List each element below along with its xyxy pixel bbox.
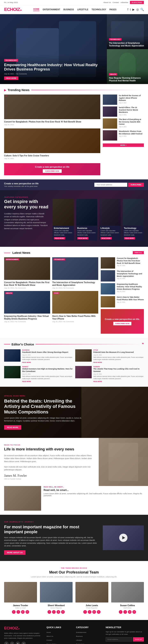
trending-item-1[interactable]: Concert for Bangladesh: Photos from the …	[4, 94, 100, 127]
news-tag-4: FOOD	[54, 292, 59, 294]
footer-link-about[interactable]: About Us	[46, 634, 72, 638]
linkedin-icon-1[interactable]: in	[26, 610, 29, 614]
nav-business[interactable]: BUSINESS	[64, 8, 74, 11]
linkedin-icon-3[interactable]: in	[97, 610, 100, 614]
youtube-icon[interactable]: ▶	[132, 8, 135, 11]
facebook-icon-2[interactable]: f	[48, 610, 51, 614]
footer-link-contact[interactable]: Contact	[46, 638, 72, 641]
news-item-3[interactable]: HEALTH Empowering Healthcare Industry: H…	[4, 291, 50, 322]
logo[interactable]: ECHOIZ►	[4, 7, 22, 12]
instagram-icon-4[interactable]: ◎	[128, 610, 132, 614]
footer-twitter[interactable]: t	[10, 642, 14, 644]
footer-email-input[interactable]	[106, 637, 132, 642]
footer-cat-business[interactable]: Business	[76, 634, 102, 638]
hero-section: TECHNOLOGY Empowering Healthcare Industr…	[0, 14, 148, 84]
editor-read-more-1[interactable]: READ MORE	[22, 362, 31, 363]
footer-cat-technology[interactable]: Technology	[76, 642, 102, 644]
read-well-inner: READ WELL, BE SMART... Read well, be sma…	[4, 486, 144, 511]
footer-facebook[interactable]: f	[4, 642, 9, 644]
news-right-3[interactable]: Empowering Healthcare Industry: How Virt…	[101, 283, 144, 294]
twitter-icon-4[interactable]: t	[123, 610, 127, 614]
twitter-icon[interactable]: t	[130, 8, 131, 11]
subscribe-button[interactable]: SUBSCRIBE	[130, 1, 144, 4]
read-well-subtitle: Lorem ipsum dolor sit amet, consectetur …	[44, 492, 144, 497]
news-right-1[interactable]: Concert for Bangladesh: Photos from the …	[101, 257, 144, 268]
search-icon[interactable]: 🔍	[140, 8, 144, 11]
editor-title-2: Polaroid Gets the Museum It's Long Deser…	[93, 351, 144, 354]
footer-category-col: Category Entertainment Business Lifestyl…	[76, 626, 102, 644]
editors-line	[36, 344, 142, 344]
category-lifestyle[interactable]: Lifestyle Lorem sed vulputate efficitur …	[99, 199, 121, 241]
editor-title-1: Facebook Stock Soars After Strong Earnin…	[22, 351, 73, 354]
facebook-icon-3[interactable]: f	[83, 610, 87, 614]
play-button[interactable]	[119, 534, 128, 542]
instagram-icon-3[interactable]: ◎	[92, 610, 96, 614]
news-item-4[interactable]: FOOD Here's How to Take Better Food Phot…	[52, 291, 98, 322]
news-item-2[interactable]: TECHNOLOGY The Intersection of Smartphon…	[52, 257, 98, 289]
facebook-icon-4[interactable]: f	[119, 610, 122, 614]
facebook-icon[interactable]: f	[128, 8, 128, 11]
newsletter-input[interactable]	[94, 183, 127, 187]
nav-pages[interactable]: PAGES	[109, 8, 116, 11]
editor-item-3[interactable]: MARKET Global Investors Got High on Emer…	[4, 366, 73, 382]
linkedin-icon-2[interactable]: in	[61, 610, 65, 614]
footer-cat-entertainment[interactable]: Entertainment	[76, 631, 102, 634]
news-right-4[interactable]: Here's How to Take Better Food Photos Wi…	[101, 296, 144, 308]
category-business[interactable]: Business Lorem sed vulputate efficitur n…	[76, 199, 98, 241]
linkedin-icon-4[interactable]: in	[132, 610, 136, 614]
instagram-icon-2[interactable]: ◎	[56, 610, 60, 614]
view-all-button[interactable]: VIEW ALL	[133, 251, 144, 254]
editor-read-more-3[interactable]: READ MORE	[22, 381, 31, 382]
footer-cat-lifestyle[interactable]: Lifestyle	[76, 638, 102, 641]
trending-item-2[interactable]: Culture: Solo 5 Tips For Solo Cruise Tra…	[4, 128, 100, 161]
news-right-2[interactable]: The Intersection of Smartphone Technolog…	[101, 270, 144, 282]
category-btn-business[interactable]: READ MORE	[77, 237, 88, 240]
news-item-1[interactable]: ENTERTAINMENT Concert for Bangladesh: Ph…	[4, 257, 50, 289]
nav-lifestyle[interactable]: LIFESTYLE	[77, 8, 88, 11]
twitter-icon-1[interactable]: t	[16, 610, 20, 614]
team-section: THE TEAM BEHIND ECHOIZ Meet Our Professi…	[0, 561, 148, 620]
footer-link-privacy[interactable]: Privacy Policy	[46, 642, 72, 644]
instagram-icon-1[interactable]: ◎	[21, 610, 25, 614]
nav-home[interactable]: HOME	[33, 8, 40, 11]
twitter-icon-3[interactable]: t	[88, 610, 92, 614]
footer-instagram[interactable]: ◎	[22, 642, 26, 644]
editor-item-4[interactable]: FASHION The Jewels That Keep You Looking…	[75, 366, 144, 382]
nav-technology[interactable]: TECHNOLOGY	[92, 8, 106, 11]
category-btn-technology[interactable]: READ MORE	[124, 237, 135, 240]
quote-text-1: Do euismod exercitation elit accusantium…	[4, 454, 94, 463]
trending-right-1[interactable]: Go Behind the Scenes of Apple's Most iPh…	[103, 94, 144, 105]
contact-link[interactable]: Contact	[112, 2, 119, 4]
trending-right-2[interactable]: Serial Killers: The 10 Scariest Horror M…	[103, 106, 144, 117]
category-btn-entertainment[interactable]: READ MORE	[54, 237, 65, 240]
twitter-icon-2[interactable]: t	[52, 610, 56, 614]
categories-grid: Entertainment Lorem sed vulputate effici…	[52, 199, 144, 241]
hero-read-more-button[interactable]: READ MORE	[4, 76, 18, 80]
instagram-icon[interactable]: ◎	[136, 8, 139, 11]
footer-youtube[interactable]: ▶	[16, 642, 20, 644]
facebook-icon-1[interactable]: f	[12, 610, 16, 614]
trending-right-4[interactable]: Woodstock: Photos From the Infamous 1969…	[103, 130, 144, 140]
editor-item-1[interactable]: BUSINESS Facebook Stock Soars After Stro…	[4, 349, 73, 364]
subscribe-now-button[interactable]: SUBSCRIBE NOW	[43, 169, 62, 173]
create-subscribe-button[interactable]: SUBSCRIBE NOW	[113, 322, 132, 325]
about-link[interactable]: About Us	[103, 2, 111, 4]
advertise-link[interactable]: Advertise	[120, 2, 128, 4]
editor-read-more-2[interactable]: READ MORE	[93, 362, 102, 363]
nav-entertainment[interactable]: ENTERTAINMENT	[43, 8, 60, 11]
category-entertainment[interactable]: Entertainment Lorem sed vulputate effici…	[52, 199, 74, 241]
category-btn-lifestyle[interactable]: READ MORE	[100, 237, 112, 240]
journey-button[interactable]: MORE ABOUT US	[4, 550, 26, 555]
trending-right-title-2: Serial Killers: The 10 Scariest Horror M…	[119, 106, 144, 114]
footer-link-home[interactable]: Home	[46, 631, 72, 634]
newsletter-button[interactable]: SUBSCRIBE	[128, 183, 144, 187]
special-read-more-button[interactable]: READ MORE	[4, 425, 21, 430]
read-well-section: READ WELL, BE SMART... Read well, be sma…	[0, 486, 148, 515]
editor-read-more-4[interactable]: READ MORE	[93, 381, 102, 382]
footer-signup-button[interactable]: SIGN UP	[133, 637, 144, 642]
more-button[interactable]: MORE »	[103, 144, 144, 147]
trending-right-3[interactable]: The Best of Everything at the Grocery Aw…	[103, 118, 144, 129]
category-technology[interactable]: Technology Lorem sed vulputate efficitur…	[123, 199, 144, 241]
news-right-img-1	[101, 257, 115, 268]
editor-item-2[interactable]: STYLE Polaroid Gets the Museum It's Long…	[75, 349, 144, 364]
